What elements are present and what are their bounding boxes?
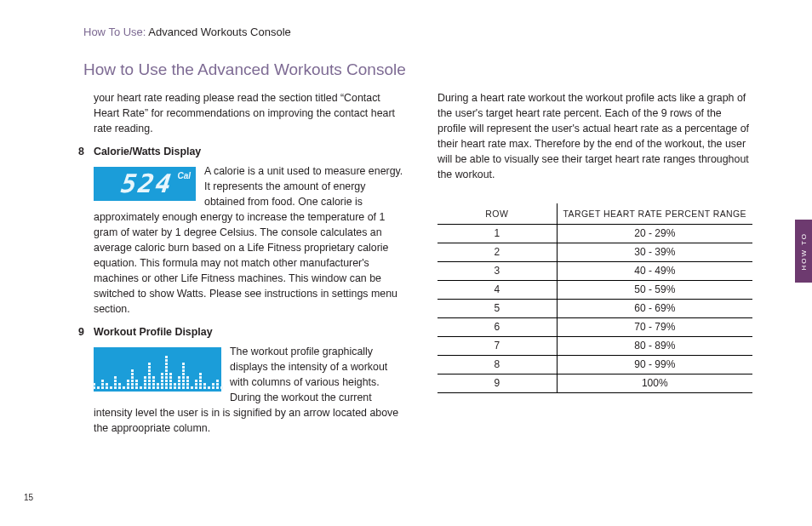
section-8-title: Calorie/Watts Display <box>94 146 201 157</box>
table-cell-row: 8 <box>437 356 558 374</box>
table-row: 780 - 89% <box>437 337 752 356</box>
section-9-title: Workout Profile Display <box>94 326 213 338</box>
table-row: 230 - 39% <box>437 243 752 262</box>
section-8-body: 524 Cal A calorie is a unit used to meas… <box>94 164 409 317</box>
table-row: 560 - 69% <box>437 300 752 318</box>
table-cell-row: 7 <box>437 337 558 355</box>
section-8-number: 8 <box>78 146 94 157</box>
calorie-display-icon: 524 Cal <box>94 167 196 201</box>
left-column: your heart rate reading please read the … <box>43 91 409 445</box>
table-header: ROW TARGET HEART RATE PERCENT RANGE <box>437 203 752 225</box>
table-header-range: TARGET HEART RATE PERCENT RANGE <box>558 203 752 224</box>
table-cell-range: 40 - 49% <box>558 262 752 280</box>
section-9-head: 9 Workout Profile Display <box>94 326 409 338</box>
table-cell-row: 6 <box>437 318 558 336</box>
table-cell-row: 3 <box>437 262 558 280</box>
heart-rate-table: ROW TARGET HEART RATE PERCENT RANGE 120 … <box>437 203 752 393</box>
page-number: 15 <box>24 493 33 502</box>
table-cell-range: 30 - 39% <box>558 243 752 261</box>
right-column: During a heart rate workout the workout … <box>437 91 761 445</box>
table-cell-range: 90 - 99% <box>558 356 752 374</box>
table-cell-row: 9 <box>437 374 558 392</box>
table-cell-range: 100% <box>558 374 752 392</box>
breadcrumb-prefix: How To Use: <box>83 26 148 38</box>
table-cell-row: 1 <box>437 225 558 243</box>
breadcrumb-title: Advanced Workouts Console <box>148 26 290 38</box>
section-9-number: 9 <box>78 326 94 338</box>
section-8-head: 8 Calorie/Watts Display <box>94 146 409 157</box>
table-cell-row: 5 <box>437 300 558 317</box>
intro-paragraph-right: During a heart rate workout the workout … <box>437 91 752 183</box>
table-header-row: ROW <box>437 203 558 224</box>
table-cell-row: 2 <box>437 243 558 261</box>
section-tab-label: HOW TO <box>800 232 808 271</box>
breadcrumb: How To Use: Advanced Workouts Console <box>83 26 761 38</box>
section-tab: HOW TO <box>795 220 812 283</box>
table-row: 670 - 79% <box>437 318 752 337</box>
table-cell-range: 80 - 89% <box>558 337 752 355</box>
table-row: 450 - 59% <box>437 281 752 300</box>
table-row: 340 - 49% <box>437 262 752 281</box>
table-cell-row: 4 <box>437 281 558 299</box>
table-cell-range: 20 - 29% <box>558 225 752 243</box>
table-row: 890 - 99% <box>437 356 752 374</box>
table-cell-range: 70 - 79% <box>558 318 752 336</box>
page-title: How to Use the Advanced Workouts Console <box>83 60 761 79</box>
calorie-unit: Cal <box>177 170 191 183</box>
table-cell-range: 50 - 59% <box>558 281 752 299</box>
calorie-value: 524 <box>117 165 171 203</box>
section-9-body: The workout profile graphically displays… <box>94 345 409 437</box>
table-row: 120 - 29% <box>437 225 752 243</box>
intro-paragraph-left: your heart rate reading please read the … <box>94 91 409 137</box>
workout-profile-icon <box>94 347 221 392</box>
table-cell-range: 60 - 69% <box>558 300 752 317</box>
table-row: 9100% <box>437 374 752 393</box>
